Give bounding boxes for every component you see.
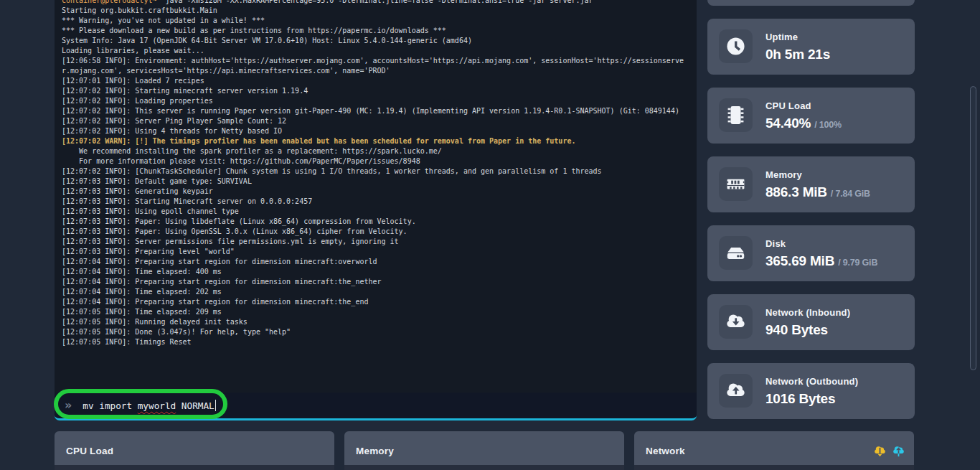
console-line-text: [12:07:04 INFO]: Preparing start region … <box>62 258 377 265</box>
console-line-text: [12:07:03 INFO]: Preparing level "world" <box>62 248 235 255</box>
console-line-text: r.mojang.com', servicesHost='https://api… <box>62 67 390 75</box>
chart-card-header: CPU Load <box>55 431 334 465</box>
cloud-down-icon-glyph <box>726 312 745 332</box>
console-line: [12:07:01 INFO]: Loaded 7 recipes <box>62 76 689 86</box>
chart-card-cpu: CPU Load <box>55 431 334 470</box>
cloud-up-icon <box>892 445 905 457</box>
console-line: [12:07:02 INFO]: Loading properties <box>62 96 689 106</box>
console-line: [12:07:05 INFO]: Time elapsed: 209 ms <box>62 307 689 317</box>
disk-icon-box <box>719 236 753 270</box>
console-line: [12:07:04 INFO]: Preparing start region … <box>62 297 689 307</box>
stat-text: Network (Inbound)940 Bytes <box>765 307 909 339</box>
console-line: [12:07:02 INFO]: This server is running … <box>62 106 689 116</box>
console-line: [12:07:02 INFO]: Server Ping Player Samp… <box>62 116 689 126</box>
console-line-text: [12:07:03 INFO]: Starting Minecraft serv… <box>62 197 312 205</box>
stat-title: CPU Load <box>765 100 909 112</box>
memory-icon-glyph <box>726 174 745 194</box>
console-line-text: [12:07:04 INFO]: Preparing start region … <box>62 278 382 286</box>
console-line-text: [12:07:05 INFO]: Running delayed init ta… <box>62 318 248 326</box>
console-line-text: [12:07:01 INFO]: Loaded 7 recipes <box>62 77 204 85</box>
console-line-text: *** Warning, you've not updated in a whi… <box>62 17 265 24</box>
console-line-text: [12:07:02 INFO]: This server is running … <box>62 107 679 115</box>
chart-card-header: Memory <box>344 431 624 465</box>
stat-text: Disk365.69 MiB/ 9.79 GiB <box>765 238 909 271</box>
stat-value-limit: / 7.84 GiB <box>831 189 870 199</box>
console-line: Starting org.bukkit.craftbukkit.Main <box>62 6 689 16</box>
stat-title: Network (Inbound) <box>765 307 909 319</box>
chart-card-memory: Memory <box>344 431 624 470</box>
stat-title: Disk <box>765 238 909 250</box>
console-line: [12:07:03 INFO]: Generating keypair <box>62 187 689 197</box>
chart-card-title: Network <box>646 446 685 456</box>
console-log[interactable]: container@pterodactyl~ java -Xms128M -XX… <box>55 0 697 393</box>
scrollbar-thumb[interactable] <box>970 86 976 370</box>
console-line-text: [12:07:03 INFO]: Paper: Using libdeflate… <box>62 217 416 225</box>
console-line-text: Loading libraries, please wait... <box>62 47 204 55</box>
stat-title: Network (Outbound) <box>765 376 909 387</box>
console-line-text: We recommend installing the spark profil… <box>62 147 442 155</box>
memory-icon <box>726 174 745 194</box>
console-line-text: [12:07:03 INFO]: Generating keypair <box>62 187 213 195</box>
stat-value: 886.3 MiB/ 7.84 GiB <box>765 184 909 202</box>
stat-value-number: 940 Bytes <box>765 322 828 337</box>
console-line-text: [12:07:02 WARN]: [!] The timings profile… <box>62 137 575 145</box>
stat-value: 1016 Bytes <box>765 390 909 408</box>
stat-value-number: 54.40% <box>765 116 811 131</box>
console-line: [12:07:05 INFO]: Timings Reset <box>62 337 689 347</box>
clock-icon <box>726 37 745 56</box>
chart-card-network: Network <box>634 431 914 470</box>
microchip-icon-glyph <box>728 106 744 124</box>
console-line: [12:07:03 INFO]: Server permissions file… <box>62 237 689 247</box>
console-line-text: System Info: Java 17 (OpenJDK 64-Bit Ser… <box>62 37 472 44</box>
stat-card-cpu: CPU Load54.40%/ 100% <box>707 88 915 144</box>
server-console-page: container@pterodactyl~ java -Xms128M -XX… <box>0 0 980 470</box>
console-line: [12:07:02 INFO]: [ChunkTaskScheduler] Ch… <box>62 166 689 177</box>
console-line-text: [12:07:02 INFO]: Using 4 threads for Net… <box>62 127 282 135</box>
cloud-down-icon-glyph <box>874 445 886 457</box>
console-line: [12:07:04 INFO]: Time elapsed: 400 ms <box>62 267 689 277</box>
console-line-text: [12:07:02 INFO]: Starting minecraft serv… <box>62 87 308 95</box>
stat-value-number: 365.69 MiB <box>765 253 834 268</box>
console-line-text: For more information please visit: https… <box>62 157 420 165</box>
stat-card-net-out: Network (Outbound)1016 Bytes <box>707 363 915 419</box>
stat-text: CPU Load54.40%/ 100% <box>765 100 909 133</box>
console-line-text: Starting org.bukkit.craftbukkit.Main <box>62 6 217 14</box>
console-line: [12:07:04 INFO]: Preparing start region … <box>62 277 689 287</box>
console-line: [12:06:58 INFO]: Environment: authHost='… <box>62 56 689 66</box>
console-line-text: java -Xms128M -XX:MaxRAMPercentage=95.0 … <box>166 0 593 4</box>
console-line: *** Please download a new build as per i… <box>62 26 689 36</box>
stat-value: 365.69 MiB/ 9.79 GiB <box>765 253 909 271</box>
stat-value-number: 886.3 MiB <box>765 184 827 199</box>
console-line-text: [12:07:03 INFO]: Paper: Using OpenSSL 3.… <box>62 227 407 235</box>
console-line-text: [12:07:03 INFO]: Using epoll channel typ… <box>62 207 239 215</box>
console-line-text: [12:07:02 INFO]: [ChunkTaskScheduler] Ch… <box>62 167 602 175</box>
console-line-text: [12:07:04 INFO]: Time elapsed: 400 ms <box>62 268 222 276</box>
stat-value: 940 Bytes <box>765 321 909 339</box>
cloud-up-icon <box>726 381 745 400</box>
cloud-up-icon-glyph <box>892 445 905 457</box>
stat-card-disk: Disk365.69 MiB/ 9.79 GiB <box>707 225 915 281</box>
cpu-icon-box <box>719 98 753 132</box>
stat-card-memory: Memory886.3 MiB/ 7.84 GiB <box>707 156 915 212</box>
console-line-text: [12:07:02 INFO]: Loading properties <box>62 97 213 105</box>
net-out-icon-box <box>719 374 753 408</box>
console-line: *** Warning, you've not updated in a whi… <box>62 16 689 26</box>
console-line: We recommend installing the spark profil… <box>62 146 689 156</box>
clock-icon-glyph <box>726 37 745 56</box>
stat-value: 0h 5m 21s <box>765 46 909 63</box>
stat-text: Network (Outbound)1016 Bytes <box>765 376 909 408</box>
console-line: [12:07:03 INFO]: Starting Minecraft serv… <box>62 197 689 207</box>
hard-drive-icon <box>726 243 745 263</box>
net-in-icon-box <box>719 305 753 339</box>
cloud-down-icon <box>874 445 886 457</box>
chart-card-title: Memory <box>356 446 394 456</box>
chart-header-icons <box>874 445 905 457</box>
console-line-text: [12:07:05 INFO]: Done (3.047s)! For help… <box>62 328 291 336</box>
console-line-text: *** Please download a new build as per i… <box>62 27 446 34</box>
console-line-text: [12:07:03 INFO]: Default game type: SURV… <box>62 177 252 185</box>
cloud-down-icon <box>726 312 745 332</box>
console-line: r.mojang.com', servicesHost='https://api… <box>62 66 689 76</box>
console-line-text: [12:07:04 INFO]: Preparing start region … <box>62 298 368 306</box>
console-line: [12:07:05 INFO]: Running delayed init ta… <box>62 317 689 327</box>
console-line: container@pterodactyl~ java -Xms128M -XX… <box>62 0 689 6</box>
